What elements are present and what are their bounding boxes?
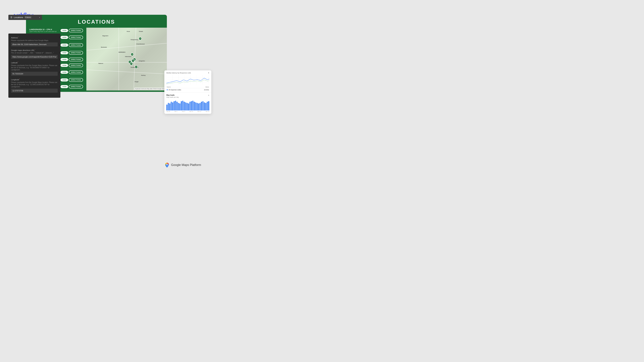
- map-label: Charlottenlund: [136, 43, 145, 44]
- bar-chart-bar: [198, 103, 199, 110]
- latitude-hint: Please copy/paste from the Google Maps l…: [11, 64, 58, 71]
- map-label: København: [125, 56, 131, 57]
- address-hint: Please copy/paste the address from Googl…: [11, 39, 58, 41]
- location-actions: VIEW DIRECTIONS: [60, 43, 83, 47]
- view-button[interactable]: VIEW: [60, 64, 68, 67]
- directions-button[interactable]: DIRECTIONS: [69, 63, 83, 67]
- bar-chart-x-labels: Sep 28 Mar 1 Mar 8 Mar 15 Mar 22 Mar 29: [166, 111, 209, 112]
- map-pin: [138, 36, 142, 41]
- line-chart-svg: [166, 75, 209, 85]
- x-label: Mar 15: [190, 111, 193, 112]
- gmp-panel: Median latency by Response code ⬇: [164, 70, 211, 114]
- legend-dot: [167, 89, 168, 90]
- locations-bar-left: ☰ Locations 9 items: [10, 16, 32, 18]
- view-button[interactable]: VIEW: [60, 78, 68, 81]
- map-label: Rødovre: [98, 63, 103, 64]
- x-label: Mar 22: [198, 111, 201, 112]
- chevron-right-icon: ›: [39, 16, 40, 18]
- location-item: LANDGRAVEN 10 – CPH K Open every day fro…: [29, 28, 83, 33]
- view-button[interactable]: VIEW: [60, 43, 68, 46]
- directions-button[interactable]: DIRECTIONS: [69, 58, 83, 61]
- map-footer: Keyboard shortcuts Map data ©2023 Google…: [134, 88, 166, 90]
- location-actions: VIEW DIRECTIONS: [60, 58, 83, 61]
- map-placeholder: Virum Tårbæk Bagsværd Klampenberg Charlo…: [86, 28, 167, 90]
- bar-chart-bar: [204, 102, 205, 110]
- gmp-platform-name: Google Maps Platform: [171, 163, 201, 167]
- latitude-input[interactable]: [11, 72, 58, 76]
- map-label: Amagerbro: [139, 60, 145, 61]
- response-code-value: 24.0ms: [198, 89, 209, 91]
- bar-chart-bar: [201, 102, 202, 110]
- locations-label: Locations: [14, 16, 23, 18]
- view-button[interactable]: VIEW: [60, 51, 68, 54]
- longitude-hint: Please copy/paste from the Google Maps l…: [11, 81, 58, 88]
- longitude-group: Longitude* Please copy/paste from the Go…: [11, 78, 58, 93]
- directions-button[interactable]: DIRECTIONS: [69, 29, 83, 32]
- map-area: Virum Tårbæk Bagsværd Klampenberg Charlo…: [86, 28, 167, 90]
- google-maps-logo: [164, 162, 170, 168]
- view-button[interactable]: VIEW: [60, 71, 68, 74]
- address-input[interactable]: [11, 42, 58, 46]
- bar-chart-bar: [185, 102, 186, 110]
- gmp-footer: Google Maps Platform: [164, 162, 201, 168]
- map-road: [86, 62, 167, 62]
- bar-chart-bar: [186, 103, 188, 110]
- x-label: Mar 1: [174, 111, 178, 112]
- map-label: Kastrup: [141, 75, 146, 76]
- view-button[interactable]: VIEW: [60, 29, 68, 32]
- bar-chart-bar: [207, 102, 208, 110]
- bar-chart-bar: [166, 105, 168, 110]
- latency-chart-section: Median latency by Response code ⬇: [164, 70, 211, 92]
- bar-chart-bar: [196, 103, 198, 110]
- directions-button[interactable]: DIRECTIONS: [69, 43, 83, 47]
- latency-chart-expand-icon[interactable]: ⬇: [208, 72, 209, 74]
- location-hours: Open every day from 11:00 until sold out: [29, 31, 60, 32]
- location-actions: VIEW DIRECTIONS: [60, 29, 83, 32]
- bar-chart-bar: [205, 103, 206, 110]
- gmaps-url-input[interactable]: [11, 55, 58, 59]
- directions-button[interactable]: DIRECTIONS: [69, 35, 83, 39]
- map-label: Virum: [126, 31, 130, 32]
- table-header-value: Value: [198, 86, 209, 88]
- x-label: Mar 8: [182, 111, 185, 112]
- location-name: LANDGRAVEN 10 – CPH K: [29, 29, 60, 30]
- bar-chart-bar: [171, 102, 172, 110]
- map-loads-section: Map loads ∧ Map loads per day Sep 28 Mar…: [164, 92, 211, 114]
- bar-chart-bar: [169, 103, 170, 110]
- latency-table: Name Value All response codes 24.0ms: [166, 85, 209, 91]
- latency-chart-title: Median latency by Response code ⬇: [166, 72, 209, 74]
- directions-button[interactable]: DIRECTIONS: [69, 70, 83, 74]
- address-label: Address*: [11, 36, 58, 39]
- response-code-row: All response codes: [167, 89, 198, 91]
- locations-panel: ☰ Locations 9 items ›: [8, 15, 42, 20]
- x-label: Sep 28: [166, 111, 170, 112]
- view-button[interactable]: VIEW: [60, 85, 68, 88]
- view-button[interactable]: VIEW: [60, 36, 68, 39]
- map-label: NØRREBRO: [118, 52, 126, 53]
- map-label: Tårbæk: [139, 31, 143, 32]
- locations-bar[interactable]: ☰ Locations 9 items ›: [8, 15, 42, 20]
- address-form-panel: Address* Please copy/paste the address f…: [8, 33, 60, 98]
- gmaps-url-hint: The url should contain "...//dir/..." in…: [11, 52, 58, 54]
- directions-button[interactable]: DIRECTIONS: [69, 78, 83, 82]
- location-actions: VIEW DIRECTIONS: [60, 78, 83, 82]
- map-loads-expand-icon[interactable]: ∧: [208, 94, 209, 96]
- latency-line-chart: [166, 75, 209, 85]
- x-label: Mar 29: [206, 111, 209, 112]
- view-button[interactable]: VIEW: [60, 58, 68, 61]
- bar-chart-bar: [176, 102, 178, 110]
- directions-button[interactable]: DIRECTIONS: [69, 85, 83, 88]
- bar-chart-bar: [179, 103, 180, 110]
- bar-chart-bar: [188, 103, 189, 110]
- latitude-group: Latitude* Please copy/paste from the Goo…: [11, 61, 58, 76]
- location-actions: VIEW DIRECTIONS: [60, 70, 83, 74]
- map-loads-subtitle: Map loads per day: [166, 96, 179, 98]
- gmaps-url-label: Google maps directions URL*: [11, 49, 58, 51]
- svg-point-12: [166, 164, 167, 165]
- location-actions: VIEW DIRECTIONS: [60, 63, 83, 67]
- map-loads-bar-chart: [166, 100, 209, 110]
- directions-button[interactable]: DIRECTIONS: [69, 51, 83, 55]
- bar-chart-bar: [172, 102, 173, 110]
- longitude-input[interactable]: [11, 89, 58, 93]
- bar-chart-bar: [181, 101, 182, 110]
